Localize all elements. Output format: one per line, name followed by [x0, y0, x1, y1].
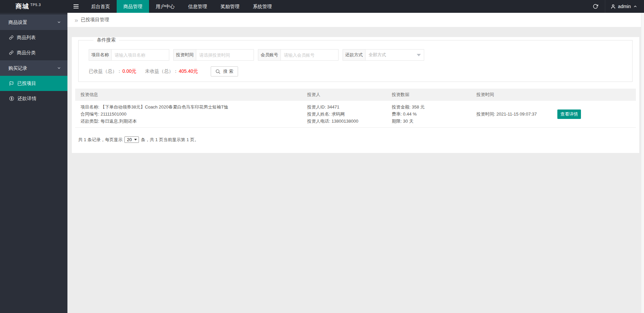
double-chevron-icon: »: [75, 17, 78, 23]
magnifier-icon: [215, 69, 221, 74]
filter-project-name: 项目名称: [89, 49, 169, 61]
unearned-total-label: 未收益（总）：: [145, 68, 178, 74]
sidebar-item-label: 商品列表: [17, 35, 36, 41]
invest-term: 期限: 30 天: [392, 118, 468, 125]
nav-item-info[interactable]: 信息管理: [181, 0, 214, 13]
cell-actions: 查看详情: [552, 101, 636, 127]
invest-table: 投资信息 投资人 投资数据 投资时间 项目名称: 【下单自动领券38元】Coac…: [75, 89, 636, 128]
repayment-type: 还款类型: 每日返息,到期还本: [81, 118, 298, 125]
repayment-method-select[interactable]: 全部方式: [365, 49, 424, 61]
col-header-invest-data: 投资数据: [386, 89, 471, 101]
earned-total-label: 已收益（总）：: [89, 68, 122, 74]
breadcrumb: » 已投项目管理: [67, 13, 644, 27]
content-panel: 条件搜索 项目名称 投资时间 会员账号 还款方式 全部方式: [72, 37, 639, 153]
nav-item-reward[interactable]: 奖励管理: [214, 0, 246, 13]
filter-label: 会员账号: [258, 49, 281, 61]
investor-name: 投资人姓名: 求码网: [307, 111, 383, 118]
chevron-down-icon: [57, 20, 61, 24]
main-content: » 已投项目管理 条件搜索 项目名称 投资时间 会员账号 还款方式: [67, 13, 644, 313]
search-legend: 条件搜索: [93, 37, 119, 43]
sidebar-group-purchase-records[interactable]: 购买记录: [0, 60, 67, 76]
project-name: 项目名称: 【下单自动领券38元】Coach 2020春夏白色马车印花男士短袖T…: [81, 103, 298, 111]
hamburger-icon[interactable]: [67, 0, 84, 13]
filter-label: 项目名称: [89, 49, 111, 61]
flag-icon: [9, 81, 14, 86]
sidebar-group-label: 购买记录: [8, 65, 27, 71]
table-header-row: 投资信息 投资人 投资数据 投资时间: [75, 89, 636, 101]
sidebar-group-label: 商品设置: [8, 20, 27, 25]
sidebar-group-goods-settings[interactable]: 商品设置: [0, 14, 67, 30]
caret-down-icon: [417, 54, 421, 56]
page-size-value: 20: [127, 137, 131, 142]
cell-investor: 投资人ID: 34471 投资人姓名: 求码网 投资人电话: 138001380…: [302, 101, 386, 127]
pagination-prefix: 共 1 条记录，每页显示: [78, 137, 122, 143]
view-details-button[interactable]: 查看详情: [557, 109, 581, 119]
dollar-icon: [9, 96, 14, 101]
pagination: 共 1 条记录，每页显示 20 条，共 1 页当前显示第 1 页。: [78, 136, 636, 143]
sidebar-item-label: 还款详情: [18, 96, 36, 102]
col-header-invest-info: 投资信息: [75, 89, 302, 101]
col-header-invest-time: 投资时间: [471, 89, 552, 101]
nav-item-users[interactable]: 用户中心: [149, 0, 181, 13]
unearned-total-value: 405.40元: [179, 68, 198, 74]
investor-phone: 投资人电话: 13800138000: [307, 118, 383, 125]
app-logo: 商城 TP5.3: [0, 0, 67, 13]
cell-invest-data: 投资金额: 358 元 费率: 0.44 % 期限: 30 天: [386, 101, 471, 127]
invest-rate: 费率: 0.44 %: [392, 111, 468, 118]
filter-repayment-method: 还款方式 全部方式: [343, 49, 424, 61]
search-button[interactable]: 搜 索: [211, 66, 238, 76]
filter-label: 投资时间: [173, 49, 196, 61]
sidebar-item-label: 商品分类: [17, 50, 36, 56]
filter-member-account: 会员账号: [258, 49, 339, 61]
nav-item-goods[interactable]: 商品管理: [117, 0, 149, 13]
investor-id: 投资人ID: 34471: [307, 103, 383, 111]
col-header-investor: 投资人: [302, 89, 386, 101]
search-button-label: 搜 索: [223, 68, 233, 74]
filter-label: 还款方式: [343, 49, 365, 61]
scrollbar[interactable]: [641, 13, 644, 313]
stats-row: 已收益（总）： 0.00元 未收益（总）： 405.40元 搜 索: [89, 66, 632, 76]
caret-down-icon: [134, 139, 137, 140]
link-icon: [9, 51, 13, 55]
sidebar: 商品设置 商品列表 商品分类 购买记录 已投项目 还款详情: [0, 13, 67, 313]
app-logo-text: 商城: [16, 2, 29, 11]
sidebar-item-goods-category[interactable]: 商品分类: [0, 45, 67, 60]
project-name-input[interactable]: [111, 49, 169, 61]
sidebar-item-label: 已投项目: [17, 81, 36, 87]
user-menu[interactable]: admin: [605, 0, 644, 13]
contract-number: 合同编号: 21111501000: [81, 111, 298, 118]
search-conditions-fieldset: 条件搜索 项目名称 投资时间 会员账号 还款方式 全部方式: [78, 37, 633, 82]
page-size-select[interactable]: 20: [124, 136, 139, 143]
link-icon: [9, 35, 13, 40]
filter-row: 项目名称 投资时间 会员账号 还款方式 全部方式: [89, 49, 632, 61]
col-header-actions: [552, 89, 636, 101]
nav-item-system[interactable]: 系统管理: [246, 0, 279, 13]
filter-invest-time: 投资时间: [173, 49, 254, 61]
topbar-right: admin: [586, 0, 644, 13]
user-icon: [611, 4, 616, 9]
pagination-suffix: 条，共 1 页当前显示第 1 页。: [141, 137, 199, 143]
top-nav: 后台首页 商品管理 用户中心 信息管理 奖励管理 系统管理: [84, 0, 279, 13]
chevron-down-icon: [57, 66, 61, 70]
selected-option: 全部方式: [369, 52, 386, 58]
sidebar-item-goods-list[interactable]: 商品列表: [0, 30, 67, 45]
member-account-input[interactable]: [281, 49, 339, 61]
cell-invest-info: 项目名称: 【下单自动领券38元】Coach 2020春夏白色马车印花男士短袖T…: [75, 101, 302, 127]
invest-time-input[interactable]: [196, 49, 254, 61]
invest-time: 投资时间: 2021-11-15 09:07:37: [476, 111, 537, 118]
top-navbar: 商城 TP5.3 后台首页 商品管理 用户中心 信息管理 奖励管理 系统管理 a…: [0, 0, 644, 13]
sidebar-item-repayment-details[interactable]: 还款详情: [0, 91, 67, 106]
username: admin: [618, 4, 631, 9]
app-logo-version: TP5.3: [30, 3, 41, 7]
refresh-icon[interactable]: [586, 0, 605, 13]
earned-total-value: 0.00元: [122, 68, 136, 74]
chevron-up-icon: [633, 4, 637, 8]
table-row: 项目名称: 【下单自动领券38元】Coach 2020春夏白色马车印花男士短袖T…: [75, 101, 636, 128]
sidebar-item-invested-projects[interactable]: 已投项目: [0, 76, 67, 91]
cell-invest-time: 投资时间: 2021-11-15 09:07:37: [471, 101, 552, 127]
nav-item-dashboard[interactable]: 后台首页: [84, 0, 117, 13]
page-title: 已投项目管理: [81, 17, 109, 23]
invest-amount: 投资金额: 358 元: [392, 103, 468, 111]
